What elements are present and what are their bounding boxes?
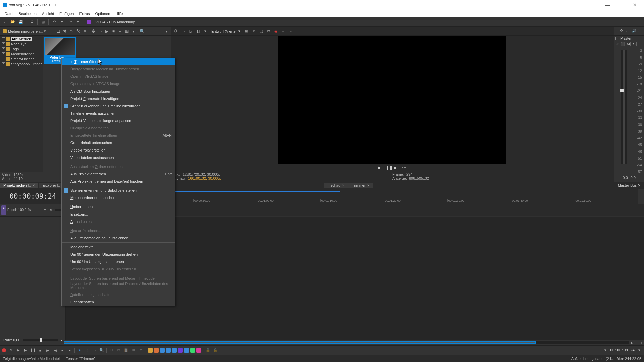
close-icon[interactable]: ✕ xyxy=(638,183,641,187)
tc-dd-icon[interactable]: ▾ xyxy=(637,348,642,353)
menu-item[interactable]: Aus Projekt entfernenEntf xyxy=(62,170,175,178)
menu-item[interactable]: Projekt-Videoeinstellungen anpassen xyxy=(62,117,175,124)
zoom-in-icon[interactable]: + xyxy=(639,341,644,345)
solo-button[interactable]: S xyxy=(632,42,637,46)
menu-extras[interactable]: Extras xyxy=(76,11,92,16)
clip-icon[interactable]: ▭ xyxy=(97,28,103,34)
fx-icon[interactable]: fx xyxy=(188,28,193,34)
menu-bearbeiten[interactable]: Bearbeiten xyxy=(16,11,39,16)
tree-item[interactable]: +Medienordner xyxy=(0,51,43,56)
chevron-down-icon[interactable]: ▾ xyxy=(251,28,257,34)
close-icon[interactable]: ✕ xyxy=(367,184,370,187)
timecode-display[interactable]: 00:00:09:24 xyxy=(0,189,66,204)
meter-left[interactable] xyxy=(621,50,624,164)
hub-link[interactable]: VEGAS Hub Abmeldung xyxy=(95,20,135,24)
marker-icon[interactable]: ▾ xyxy=(603,348,608,353)
next-frame-icon[interactable]: ▸ xyxy=(67,348,72,353)
track-row[interactable]: 1 Pegel: 100,0 % M S xyxy=(0,204,65,217)
gear-icon[interactable]: ⚙ xyxy=(620,29,625,34)
stop-icon[interactable]: ■ xyxy=(38,348,43,353)
slider-knob[interactable] xyxy=(40,338,42,342)
tab-trimmer[interactable]: Trimmer ✕ xyxy=(348,183,373,188)
zoom-icon[interactable]: 🔍 xyxy=(99,348,104,353)
save-icon[interactable]: 💾 xyxy=(18,19,23,25)
menu-item[interactable]: Ordnerinhalt untersuchen xyxy=(62,139,175,146)
capture-icon[interactable]: ⬚ xyxy=(49,28,54,34)
dim-icon[interactable]: ↓ xyxy=(626,29,631,34)
overlay-icon[interactable]: ▢ xyxy=(259,28,264,34)
quality-dropdown[interactable]: Entwurf (Viertel)▾ xyxy=(210,29,242,33)
tab-projektmedien[interactable]: Projektmedien ✕ xyxy=(0,183,38,188)
go-end-icon[interactable]: ⏭ xyxy=(52,348,58,353)
expand-icon[interactable]: + xyxy=(2,62,5,65)
redo-dd-icon[interactable]: ▾ xyxy=(75,19,81,25)
menu-item[interactable]: Szenen erkennen und Timeline hinzufügen xyxy=(62,102,175,110)
gear-icon[interactable]: ⚙ xyxy=(91,28,96,34)
play-start-icon[interactable]: ▶ xyxy=(15,348,21,353)
tree-item[interactable]: Smart-Ordner xyxy=(0,56,43,61)
mute-button[interactable]: M xyxy=(43,208,47,212)
meter-right[interactable] xyxy=(624,50,627,164)
rate-up-icon[interactable]: ▴ xyxy=(60,338,62,342)
menu-item[interactable]: In Trimmer öffnen xyxy=(62,58,175,65)
ext-mon-icon[interactable]: ▭ xyxy=(180,28,186,34)
menu-item[interactable]: Ersetzen... xyxy=(62,210,175,218)
close-icon[interactable]: ✕ xyxy=(342,184,344,187)
collapse-icon[interactable] xyxy=(2,57,5,60)
split-icon[interactable]: ◧ xyxy=(195,28,201,34)
tab-master-bus[interactable]: Master-Bus ✕ xyxy=(614,183,644,188)
tool-icon[interactable] xyxy=(166,348,171,353)
close-button[interactable]: ✕ xyxy=(628,2,641,8)
search-icon[interactable]: 🔍 xyxy=(139,28,145,34)
tree-item[interactable]: +Tags xyxy=(0,46,43,51)
scroll-thumb[interactable] xyxy=(5,341,536,344)
scope2-icon[interactable]: ≡ xyxy=(288,28,293,34)
route-icon[interactable] xyxy=(615,37,619,40)
menu-item[interactable]: Um 90° gegen den Uhrzeigersinn drehen xyxy=(62,251,175,258)
copy-icon[interactable]: ⧉ xyxy=(116,348,121,353)
prev-frame-icon[interactable]: ◂ xyxy=(60,348,65,353)
scroll-right-icon[interactable]: ▸ xyxy=(630,341,635,345)
menu-item[interactable]: Eigenschaften... xyxy=(62,298,175,306)
tool-icon[interactable] xyxy=(184,348,189,353)
pause-icon[interactable]: ❚❚ xyxy=(30,348,36,353)
render-icon[interactable]: ▦ xyxy=(40,19,46,25)
menu-item[interactable]: Video-Proxy erstellen xyxy=(62,146,175,154)
select-icon[interactable]: ▭ xyxy=(92,348,97,353)
snap-icon[interactable]: ⊹ xyxy=(84,348,90,353)
timeline-scrollbar[interactable]: ◂ ▸ − + xyxy=(0,340,644,345)
chevron-down-icon[interactable]: ▾ xyxy=(203,28,208,34)
go-start-icon[interactable]: ⏮ xyxy=(45,348,50,353)
zoom-out-icon[interactable]: − xyxy=(635,341,639,345)
play-icon[interactable]: ▶ xyxy=(23,348,28,353)
track-number[interactable]: 1 xyxy=(1,205,6,215)
settings-icon[interactable]: ⚙ xyxy=(29,19,35,25)
remove-icon[interactable]: ✖ xyxy=(62,28,67,34)
tool-icon[interactable] xyxy=(154,348,159,353)
menu-item[interactable]: Projekt-Framerate hinzufügen xyxy=(62,95,175,102)
gear-icon[interactable]: ⚙ xyxy=(173,28,178,34)
trim-icon[interactable]: ⊏ xyxy=(138,348,144,353)
menu-ansicht[interactable]: Ansicht xyxy=(39,11,57,16)
menu-datei[interactable]: Datei xyxy=(2,11,16,16)
tree-item[interactable]: +Nach Typ xyxy=(0,41,43,46)
tree-item[interactable]: +Storyboard-Ordner xyxy=(0,61,43,66)
fx-icon[interactable]: fx xyxy=(75,28,81,34)
undo-dd-icon[interactable]: ▾ xyxy=(59,19,65,25)
pause-icon[interactable]: ❚❚ xyxy=(386,165,391,170)
menu-item[interactable]: Szenen erkennen und Subclips erstellen xyxy=(62,187,175,194)
collapse-icon[interactable]: - xyxy=(2,37,5,40)
mute-button[interactable]: M xyxy=(626,42,631,46)
menu-item[interactable]: Um 90° im Uhrzeigersinn drehen xyxy=(62,258,175,265)
timecode-small[interactable]: 00:00:09:24 xyxy=(610,348,635,352)
grid-dd-icon[interactable]: ▾ xyxy=(131,28,136,34)
menu-optionen[interactable]: Optionen xyxy=(93,11,113,16)
record-icon[interactable] xyxy=(2,348,6,352)
tool-icon[interactable] xyxy=(190,348,195,353)
menu-einfügen[interactable]: Einfügen xyxy=(57,11,76,16)
menu-item[interactable]: Umbenennen xyxy=(62,203,175,210)
menu-item[interactable]: Timeline-Events auswählen xyxy=(62,110,175,117)
menu-item[interactable]: Medieneffekte... xyxy=(62,243,175,251)
menu-item[interactable]: Als CD-Spur hinzufügen xyxy=(62,87,175,95)
tool-icon[interactable] xyxy=(196,348,201,353)
